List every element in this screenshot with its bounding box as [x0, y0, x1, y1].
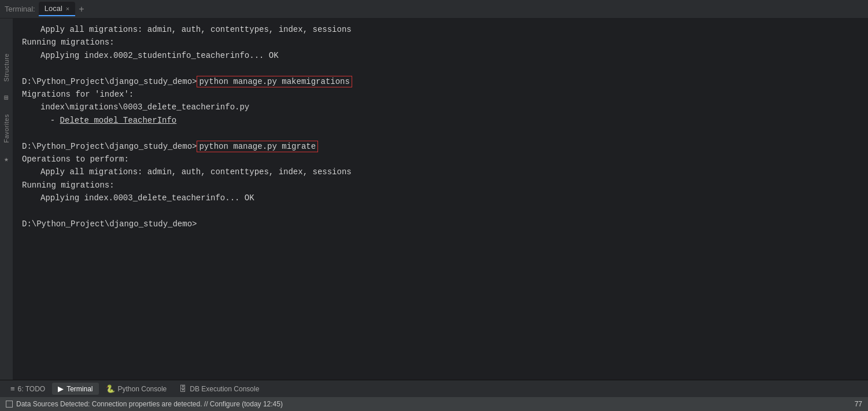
local-tab[interactable]: Local ×	[39, 2, 76, 16]
prompt: D:\Python_Project\django_study_demo>	[22, 142, 197, 151]
tab-terminal-label: Terminal	[67, 385, 93, 393]
terminal-blank	[22, 204, 859, 217]
terminal-prompt-line: D:\Python_Project\django_study_demo>	[22, 218, 859, 230]
tab-db-console[interactable]: 🗄 DB Execution Console	[173, 383, 265, 395]
terminal-line-command: D:\Python_Project\django_study_demo>pyth…	[22, 75, 859, 88]
status-left: Data Sources Detected: Connection proper…	[6, 400, 283, 408]
terminal-line: Migrations for 'index':	[22, 88, 859, 101]
status-bar: Data Sources Detected: Connection proper…	[0, 397, 868, 411]
tab-terminal[interactable]: ▶ Terminal	[52, 383, 98, 395]
structure-label[interactable]: Structure	[3, 53, 10, 82]
terminal-blank	[22, 62, 859, 75]
terminal-line: Apply all migrations: admin, auth, conte…	[22, 23, 859, 36]
command-migrate: python manage.py migrate	[197, 141, 318, 152]
terminal-area[interactable]: Apply all migrations: admin, auth, conte…	[13, 19, 868, 380]
new-tab-button[interactable]: +	[79, 4, 84, 14]
terminal-line: Apply all migrations: admin, auth, conte…	[22, 166, 859, 178]
terminal-line: Applying index.0003_delete_teacherinfo..…	[22, 192, 859, 204]
terminal-line: - Delete model TeacherInfo	[22, 114, 859, 127]
tab-todo[interactable]: ≡ 6: TODO	[5, 383, 51, 395]
sidebar-grid-icon[interactable]: ⊞	[4, 93, 9, 102]
terminal-line: Running migrations:	[22, 179, 859, 192]
tab-todo-label: 6: TODO	[18, 385, 46, 393]
python-icon: 🐍	[106, 384, 115, 393]
prompt: D:\Python_Project\django_study_demo>	[22, 77, 197, 86]
left-sidebar: Structure ⊞ Favorites ★	[0, 19, 13, 380]
terminal-line: Running migrations:	[22, 36, 859, 49]
tab-python-console[interactable]: 🐍 Python Console	[100, 383, 173, 395]
terminal-line: index\migrations\0003_delete_teacherinfo…	[22, 101, 859, 113]
favorites-label[interactable]: Favorites	[3, 114, 10, 143]
terminal-icon: ▶	[58, 384, 64, 393]
terminal-blank	[22, 127, 859, 140]
terminal-line: Applying index.0002_studentinfo_teacheri…	[22, 49, 859, 62]
bottom-tab-bar: ≡ 6: TODO ▶ Terminal 🐍 Python Console 🗄 …	[0, 380, 868, 397]
main-layout: Structure ⊞ Favorites ★ Apply all migrat…	[0, 19, 868, 380]
sidebar-star-icon[interactable]: ★	[4, 155, 9, 164]
tab-db-label: DB Execution Console	[190, 385, 259, 393]
terminal-underline-text: Delete model TeacherInfo	[60, 116, 177, 125]
terminal-line: Operations to perform:	[22, 153, 859, 166]
prompt: D:\Python_Project\django_study_demo>	[22, 219, 197, 229]
status-line-col: 77	[855, 400, 862, 408]
db-icon: 🗄	[179, 384, 187, 393]
todo-icon: ≡	[10, 384, 15, 393]
terminal-line-command: D:\Python_Project\django_study_demo>pyth…	[22, 140, 859, 153]
tab-python-console-label: Python Console	[118, 385, 167, 393]
tab-bar: Terminal: Local × +	[0, 0, 868, 19]
tab-bar-label: Terminal:	[5, 5, 35, 13]
tab-close-icon[interactable]: ×	[66, 5, 69, 12]
status-message[interactable]: Data Sources Detected: Connection proper…	[16, 400, 283, 408]
local-tab-label: Local	[45, 4, 62, 13]
command-makemigrations: python manage.py makemigrations	[197, 76, 352, 87]
status-checkbox-icon	[6, 401, 13, 408]
